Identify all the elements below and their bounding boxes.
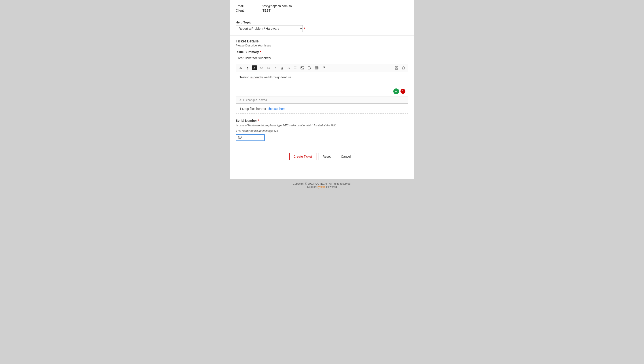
svg-rect-3: [315, 66, 318, 69]
issue-summary-label: Issue Summary *: [236, 50, 408, 54]
page-wrapper: Email: test@najtech.com.sa Client: TEST …: [0, 0, 644, 364]
serial-number-label: Serial Number *: [236, 119, 408, 122]
svg-rect-0: [301, 66, 304, 69]
email-row: Email: test@najtech.com.sa: [236, 4, 408, 8]
form-card: Email: test@najtech.com.sa Client: TEST …: [230, 0, 414, 179]
editor-container: <> ¶ A Aa B I U S ☰: [236, 64, 408, 104]
toolbar-strike-btn[interactable]: S: [286, 66, 291, 70]
toolbar-underline-btn[interactable]: U: [280, 66, 284, 70]
toolbar-link-btn[interactable]: [321, 66, 326, 70]
info-section: Email: test@najtech.com.sa Client: TEST: [230, 0, 414, 17]
toolbar-italic-btn[interactable]: I: [273, 66, 278, 70]
svg-rect-10: [395, 68, 397, 69]
help-topic-section: Help Topic Report a Problem / Hardware G…: [230, 17, 414, 36]
editor-avatar: [393, 88, 399, 94]
toolbar-list-btn[interactable]: ☰: [293, 66, 298, 70]
help-topic-required: *: [304, 27, 305, 30]
toolbar-code-btn[interactable]: <>: [238, 66, 244, 70]
file-drop-icon: ℹ: [240, 107, 241, 110]
toolbar-delete-btn[interactable]: [401, 66, 406, 70]
toolbar-image-btn[interactable]: [300, 66, 305, 70]
action-divider: [236, 148, 408, 148]
serial-number-input[interactable]: [236, 134, 265, 141]
toolbar-hr-btn[interactable]: —: [328, 66, 333, 70]
toolbar-bold-btn[interactable]: B: [266, 66, 271, 70]
client-value: TEST: [263, 9, 271, 12]
editor-toolbar: <> ¶ A Aa B I U S ☰: [236, 64, 408, 72]
serial-helper2: if No Hardware failure then type NA: [236, 129, 408, 133]
footer-brand: SupportSystem Powered: [0, 185, 644, 188]
help-topic-label: Help Topic: [236, 20, 408, 24]
footer-support: Support: [307, 185, 317, 188]
footer: Copyright © 2023 NAJTECH - All rights re…: [0, 179, 644, 191]
help-topic-select[interactable]: Report a Problem / Hardware General Inqu…: [236, 25, 303, 32]
serial-helper1: In case of Hardware failure please type …: [236, 124, 408, 128]
toolbar-video-btn[interactable]: [307, 66, 312, 70]
ticket-details-title: Ticket Details: [236, 39, 408, 43]
file-drop-area[interactable]: ℹ Drop files here or choose them: [236, 104, 408, 114]
ticket-details-subtitle: Please Describe Your Issue: [236, 44, 408, 47]
ticket-details-section: Ticket Details Please Describe Your Issu…: [230, 36, 414, 104]
toolbar-table-btn[interactable]: [314, 66, 319, 70]
editor-text: Testing supervity walkthrough feature: [240, 75, 404, 80]
reset-button[interactable]: Reset: [318, 153, 335, 160]
issue-summary-field: Issue Summary *: [236, 50, 408, 61]
editor-badge: 1: [400, 89, 405, 94]
toolbar-fontcolor-btn[interactable]: A: [252, 66, 257, 70]
issue-summary-required: *: [260, 50, 261, 54]
svg-rect-11: [397, 66, 397, 67]
serial-number-section: Serial Number * In case of Hardware fail…: [230, 117, 414, 144]
file-drop-text: Drop files here or: [242, 107, 266, 110]
footer-system: System: [317, 185, 326, 188]
email-label: Email:: [236, 4, 263, 8]
editor-actions: 1: [393, 88, 405, 94]
cancel-button[interactable]: Cancel: [337, 153, 355, 160]
file-choose-link[interactable]: choose them: [268, 107, 285, 110]
serial-number-required: *: [258, 119, 259, 122]
footer-copyright: Copyright © 2023 NAJTECH - All rights re…: [0, 182, 644, 185]
editor-supervity-word: supervity: [250, 76, 263, 79]
toolbar-fontsize-btn[interactable]: Aa: [259, 66, 264, 70]
editor-save-status: all changes saved: [236, 96, 408, 104]
client-row: Client: TEST: [236, 9, 408, 12]
editor-body[interactable]: Testing supervity walkthrough feature 1: [236, 72, 408, 96]
toolbar-save-btn[interactable]: [394, 66, 399, 70]
svg-rect-2: [308, 66, 310, 69]
client-label: Client:: [236, 9, 263, 12]
email-value: test@najtech.com.sa: [263, 4, 292, 8]
toolbar-paragraph-btn[interactable]: ¶: [245, 66, 250, 70]
create-ticket-button[interactable]: Create Ticket: [289, 153, 316, 160]
help-topic-row: Report a Problem / Hardware General Inqu…: [236, 25, 408, 32]
issue-summary-input[interactable]: [236, 55, 305, 61]
actions-row: Create Ticket Reset Cancel: [230, 152, 414, 162]
footer-powered: Powered: [326, 185, 337, 188]
